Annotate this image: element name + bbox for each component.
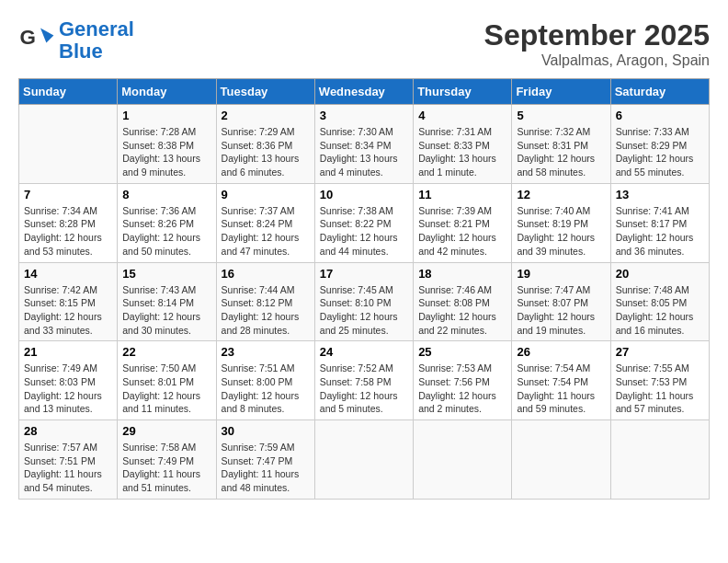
day-number: 30 <box>222 424 310 438</box>
day-number: 28 <box>24 424 112 438</box>
calendar-cell: 23Sunrise: 7:51 AM Sunset: 8:00 PM Dayli… <box>216 341 314 420</box>
day-number: 18 <box>418 267 506 281</box>
day-info: Sunrise: 7:44 AM Sunset: 8:12 PM Dayligh… <box>222 283 310 338</box>
calendar-cell: 3Sunrise: 7:30 AM Sunset: 8:34 PM Daylig… <box>314 105 413 184</box>
day-number: 11 <box>418 188 506 201</box>
day-info: Sunrise: 7:55 AM Sunset: 7:53 PM Dayligh… <box>616 362 704 416</box>
calendar-cell: 4Sunrise: 7:31 AM Sunset: 8:33 PM Daylig… <box>414 105 512 184</box>
day-info: Sunrise: 7:46 AM Sunset: 8:08 PM Dayligh… <box>418 283 506 338</box>
location: Valpalmas, Aragon, Spain <box>484 52 710 69</box>
day-info: Sunrise: 7:41 AM Sunset: 8:17 PM Dayligh… <box>616 204 704 259</box>
day-info: Sunrise: 7:30 AM Sunset: 8:34 PM Dayligh… <box>320 125 408 179</box>
calendar-cell: 24Sunrise: 7:52 AM Sunset: 7:58 PM Dayli… <box>314 341 413 420</box>
calendar-cell <box>512 420 610 500</box>
day-number: 26 <box>517 345 605 359</box>
calendar-cell: 12Sunrise: 7:40 AM Sunset: 8:19 PM Dayli… <box>512 183 610 262</box>
day-number: 14 <box>24 267 112 281</box>
day-number: 9 <box>222 188 310 201</box>
day-number: 20 <box>616 267 704 281</box>
calendar-cell: 10Sunrise: 7:38 AM Sunset: 8:22 PM Dayli… <box>314 183 413 262</box>
day-info: Sunrise: 7:57 AM Sunset: 7:51 PM Dayligh… <box>24 441 112 495</box>
calendar-week-row: 14Sunrise: 7:42 AM Sunset: 8:15 PM Dayli… <box>19 262 710 341</box>
day-number: 2 <box>222 109 310 122</box>
weekday-header-friday: Friday <box>512 79 610 105</box>
day-number: 24 <box>320 345 408 359</box>
day-number: 23 <box>222 345 310 359</box>
logo: G General Blue <box>18 18 134 63</box>
calendar-cell: 16Sunrise: 7:44 AM Sunset: 8:12 PM Dayli… <box>216 262 314 341</box>
calendar-cell: 7Sunrise: 7:34 AM Sunset: 8:28 PM Daylig… <box>19 183 118 262</box>
calendar-week-row: 1Sunrise: 7:28 AM Sunset: 8:38 PM Daylig… <box>19 105 710 184</box>
day-number: 10 <box>320 188 408 201</box>
day-number: 19 <box>517 267 605 281</box>
day-number: 6 <box>616 109 704 122</box>
day-info: Sunrise: 7:33 AM Sunset: 8:29 PM Dayligh… <box>616 125 704 179</box>
day-info: Sunrise: 7:28 AM Sunset: 8:38 PM Dayligh… <box>122 125 210 179</box>
day-number: 15 <box>122 267 210 281</box>
calendar-cell <box>414 420 512 500</box>
calendar-cell: 1Sunrise: 7:28 AM Sunset: 8:38 PM Daylig… <box>118 105 216 184</box>
day-info: Sunrise: 7:37 AM Sunset: 8:24 PM Dayligh… <box>222 204 310 259</box>
day-info: Sunrise: 7:39 AM Sunset: 8:21 PM Dayligh… <box>418 204 506 259</box>
weekday-header-tuesday: Tuesday <box>216 79 314 105</box>
calendar-cell: 22Sunrise: 7:50 AM Sunset: 8:01 PM Dayli… <box>118 341 216 420</box>
day-info: Sunrise: 7:29 AM Sunset: 8:36 PM Dayligh… <box>222 125 310 179</box>
day-number: 21 <box>24 345 112 359</box>
day-info: Sunrise: 7:40 AM Sunset: 8:19 PM Dayligh… <box>517 204 605 259</box>
weekday-header-thursday: Thursday <box>414 79 512 105</box>
day-info: Sunrise: 7:54 AM Sunset: 7:54 PM Dayligh… <box>517 362 605 416</box>
calendar-cell: 28Sunrise: 7:57 AM Sunset: 7:51 PM Dayli… <box>19 420 118 500</box>
calendar-cell: 17Sunrise: 7:45 AM Sunset: 8:10 PM Dayli… <box>314 262 413 341</box>
calendar-cell: 9Sunrise: 7:37 AM Sunset: 8:24 PM Daylig… <box>216 183 314 262</box>
calendar-cell: 29Sunrise: 7:58 AM Sunset: 7:49 PM Dayli… <box>118 420 216 500</box>
calendar-cell: 14Sunrise: 7:42 AM Sunset: 8:15 PM Dayli… <box>19 262 118 341</box>
day-info: Sunrise: 7:58 AM Sunset: 7:49 PM Dayligh… <box>122 441 210 495</box>
weekday-header-sunday: Sunday <box>19 79 118 105</box>
calendar-week-row: 7Sunrise: 7:34 AM Sunset: 8:28 PM Daylig… <box>19 183 710 262</box>
logo-line2: Blue <box>59 40 103 63</box>
day-number: 1 <box>122 109 210 122</box>
day-number: 4 <box>418 109 506 122</box>
day-info: Sunrise: 7:47 AM Sunset: 8:07 PM Dayligh… <box>517 283 605 338</box>
day-info: Sunrise: 7:49 AM Sunset: 8:03 PM Dayligh… <box>24 362 112 416</box>
day-number: 22 <box>122 345 210 359</box>
day-info: Sunrise: 7:31 AM Sunset: 8:33 PM Dayligh… <box>418 125 506 179</box>
weekday-header-wednesday: Wednesday <box>314 79 413 105</box>
day-number: 12 <box>517 188 605 201</box>
calendar-cell: 18Sunrise: 7:46 AM Sunset: 8:08 PM Dayli… <box>414 262 512 341</box>
day-number: 25 <box>418 345 506 359</box>
calendar-cell: 11Sunrise: 7:39 AM Sunset: 8:21 PM Dayli… <box>414 183 512 262</box>
day-info: Sunrise: 7:53 AM Sunset: 7:56 PM Dayligh… <box>418 362 506 416</box>
day-number: 7 <box>24 188 112 201</box>
weekday-header-row: SundayMondayTuesdayWednesdayThursdayFrid… <box>19 79 710 105</box>
logo-line1: General <box>59 17 134 40</box>
day-info: Sunrise: 7:52 AM Sunset: 7:58 PM Dayligh… <box>320 362 408 416</box>
day-number: 16 <box>222 267 310 281</box>
svg-text:G: G <box>20 26 36 49</box>
calendar-cell: 15Sunrise: 7:43 AM Sunset: 8:14 PM Dayli… <box>118 262 216 341</box>
calendar-cell: 13Sunrise: 7:41 AM Sunset: 8:17 PM Dayli… <box>610 183 709 262</box>
day-info: Sunrise: 7:34 AM Sunset: 8:28 PM Dayligh… <box>24 204 112 259</box>
day-info: Sunrise: 7:32 AM Sunset: 8:31 PM Dayligh… <box>517 125 605 179</box>
calendar-cell: 6Sunrise: 7:33 AM Sunset: 8:29 PM Daylig… <box>610 105 709 184</box>
calendar-cell: 21Sunrise: 7:49 AM Sunset: 8:03 PM Dayli… <box>19 341 118 420</box>
calendar-cell: 27Sunrise: 7:55 AM Sunset: 7:53 PM Dayli… <box>610 341 709 420</box>
title-block: September 2025 Valpalmas, Aragon, Spain <box>484 18 710 69</box>
day-info: Sunrise: 7:43 AM Sunset: 8:14 PM Dayligh… <box>122 283 210 338</box>
svg-marker-1 <box>40 29 53 43</box>
calendar-cell: 26Sunrise: 7:54 AM Sunset: 7:54 PM Dayli… <box>512 341 610 420</box>
day-info: Sunrise: 7:51 AM Sunset: 8:00 PM Dayligh… <box>222 362 310 416</box>
logo-text: General Blue <box>59 18 134 63</box>
calendar-cell: 20Sunrise: 7:48 AM Sunset: 8:05 PM Dayli… <box>610 262 709 341</box>
weekday-header-monday: Monday <box>118 79 216 105</box>
page-header: G General Blue September 2025 Valpalmas,… <box>18 18 710 69</box>
calendar-cell <box>314 420 413 500</box>
calendar-cell: 19Sunrise: 7:47 AM Sunset: 8:07 PM Dayli… <box>512 262 610 341</box>
day-info: Sunrise: 7:48 AM Sunset: 8:05 PM Dayligh… <box>616 283 704 338</box>
day-number: 3 <box>320 109 408 122</box>
day-number: 27 <box>616 345 704 359</box>
calendar-cell: 2Sunrise: 7:29 AM Sunset: 8:36 PM Daylig… <box>216 105 314 184</box>
calendar-cell <box>19 105 118 184</box>
day-number: 8 <box>122 188 210 201</box>
weekday-header-saturday: Saturday <box>610 79 709 105</box>
